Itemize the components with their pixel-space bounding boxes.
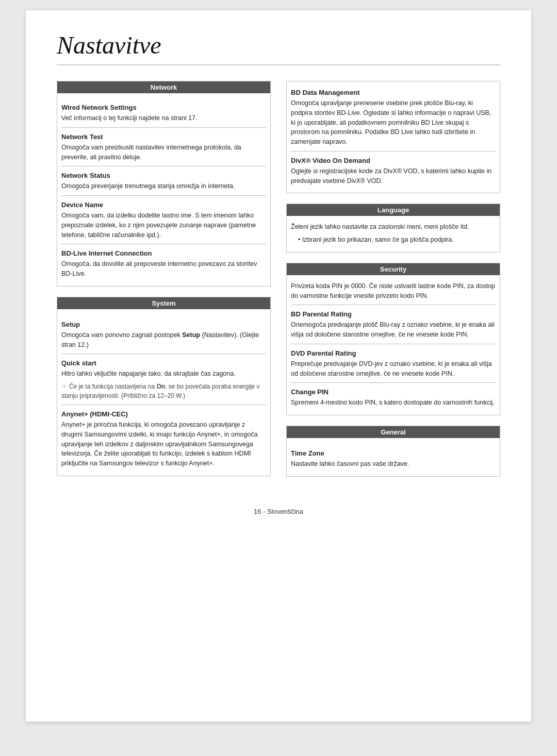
network-block-inner: Wired Network Settings Več informacij o …: [57, 96, 270, 286]
left-column: Network Wired Network Settings Več infor…: [57, 81, 271, 487]
page-footer: 16 - Slovenščina: [57, 508, 500, 515]
network-test-text: Omogoča vam preizkusiti nastavitev inter…: [61, 143, 266, 162]
system-section-header: System: [57, 297, 270, 309]
note-icon: ☞: [61, 382, 67, 391]
right-column: BD Data Management Omogoča upravljanje p…: [286, 81, 500, 487]
setup-bold: Setup: [182, 331, 200, 339]
network-status-text: Omogoča preverjanje trenutnega stanja om…: [61, 181, 266, 191]
quick-start-note: ☞Če je ta funkcija nastavljena na On, se…: [61, 382, 266, 400]
divider-r3: [291, 344, 496, 344]
bd-data-text: Omogoča upravljanje prenesene vsebine pr…: [291, 98, 496, 147]
divider-4: [61, 244, 266, 244]
page-title: Nastavitve: [57, 31, 500, 65]
note-bold: On: [156, 383, 165, 390]
bd-data-section: BD Data Management Omogoča upravljanje p…: [286, 81, 500, 193]
divider-2: [61, 166, 266, 166]
language-section-header: Language: [287, 204, 500, 216]
divider-1: [61, 127, 266, 128]
divx-header: DivX® Video On Demand: [291, 157, 496, 164]
wired-network-text: Več informacij o tej funkciji najdete na…: [61, 113, 266, 123]
footer-text: 16 - Slovenščina: [254, 508, 303, 515]
bd-data-header: BD Data Management: [291, 89, 496, 96]
anynet-text: Anynet+ je priročna funkcija, ki omogoča…: [61, 420, 266, 468]
content-area: Network Wired Network Settings Več infor…: [57, 81, 500, 487]
divider-r1: [291, 151, 496, 152]
system-block-inner: Setup Omogoča vam ponovno zagnati postop…: [57, 312, 270, 476]
language-inner: Želeni jezik lahko nastavite za zaslonsk…: [287, 219, 500, 252]
divider-5: [61, 354, 266, 354]
wired-network-header: Wired Network Settings: [61, 104, 266, 111]
security-section: Security Privzeta koda PIN je 0000. Če n…: [286, 263, 500, 415]
device-name-text: Omogoča vam, da izdelku dodelite lastno …: [61, 211, 266, 240]
dvd-parental-text: Preprečuje predvajanje DVD-jev z oznako …: [291, 359, 496, 379]
bd-parental-text: Onemogoča predvajanje plošč Blu-ray z oz…: [291, 320, 496, 340]
bd-parental-header: BD Parental Rating: [291, 310, 496, 318]
system-section: System Setup Omogoča vam ponovno zagnati…: [57, 297, 271, 476]
anynet-header: Anynet+ (HDMI-CEC): [61, 410, 266, 418]
change-pin-text: Spremeni 4-mestno kodo PIN, s katero dos…: [291, 398, 496, 408]
language-bullet: • Izbrani jezik bo prikazan, samo če ga …: [298, 235, 496, 245]
language-section: Language Želeni jezik lahko nastavite za…: [286, 204, 500, 253]
time-zone-header: Time Zone: [291, 449, 496, 457]
quick-start-header: Quick start: [61, 359, 266, 367]
divider-r4: [291, 382, 496, 383]
security-section-header: Security: [287, 263, 500, 275]
bdlive-header: BD-Live Internet Connection: [61, 249, 266, 257]
bdlive-text: Omogoča, da dovolite ali prepoveste inte…: [61, 259, 266, 279]
language-text: Želeni jezik lahko nastavite za zaslonsk…: [291, 222, 496, 232]
setup-text: Omogoča vam ponovno zagnati postopek Set…: [61, 330, 266, 350]
time-zone-text: Nastavite lahko časovni pas vaše države.: [291, 459, 496, 469]
general-inner: Time Zone Nastavite lahko časovni pas va…: [287, 441, 500, 476]
dvd-parental-header: DVD Parental Rating: [291, 349, 496, 357]
network-section: Network Wired Network Settings Več infor…: [57, 81, 271, 287]
change-pin-header: Change PIN: [291, 388, 496, 396]
divider-r2: [291, 305, 496, 305]
divider-6: [61, 405, 266, 405]
security-text: Privzeta koda PIN je 0000. Če niste ustv…: [291, 281, 496, 301]
setup-header: Setup: [61, 321, 266, 328]
general-section-header: General: [287, 426, 500, 438]
general-section: General Time Zone Nastavite lahko časovn…: [286, 426, 500, 477]
bd-data-inner: BD Data Management Omogoča upravljanje p…: [287, 81, 500, 193]
network-test-header: Network Test: [61, 133, 266, 141]
page: Nastavitve Network Wired Network Setting…: [26, 10, 531, 721]
divx-text: Oglejte si registracijske kode za DivX® …: [291, 166, 496, 186]
divider-3: [61, 195, 266, 196]
device-name-header: Device Name: [61, 201, 266, 209]
security-inner: Privzeta koda PIN je 0000. Če niste ustv…: [287, 278, 500, 415]
network-status-header: Network Status: [61, 172, 266, 179]
network-section-header: Network: [57, 81, 270, 93]
quick-start-text: Hitro lahko vključite napajanje tako, da…: [61, 369, 266, 379]
